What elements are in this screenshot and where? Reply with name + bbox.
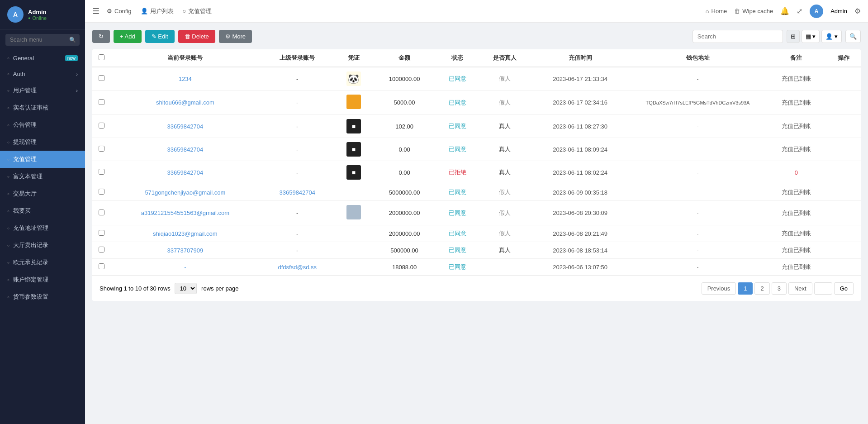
table-row: 33659842704 - ■ 102.00 已同意 真人 2023-06-11… (92, 115, 861, 138)
cell-parent-account: dfdsfsd@sd.ss (260, 259, 335, 276)
parent-account[interactable]: dfdsfsd@sd.ss (278, 264, 317, 271)
sidebar-item-rich-text[interactable]: ○ 富文本管理 (0, 168, 85, 185)
sidebar-item-recharge[interactable]: ○ 充值管理 (0, 151, 85, 168)
sidebar: A Admin Online 🔍 ○ General new ○ Auth ›○… (0, 0, 85, 424)
sidebar-item-euro-promise[interactable]: ○ 欧元承兑记录 (0, 254, 85, 271)
sidebar-item-trading[interactable]: ○ 交易大厅 (0, 185, 85, 202)
sidebar-item-general[interactable]: ○ General new (0, 50, 85, 66)
page-3-button[interactable]: 3 (772, 282, 787, 295)
username: Admin (28, 9, 47, 15)
row-checkbox-6[interactable] (99, 210, 104, 215)
account-link[interactable]: 33659842704 (167, 146, 204, 153)
row-checkbox-7[interactable] (99, 230, 104, 236)
search-menu-input[interactable] (5, 34, 80, 46)
account-link[interactable]: 33659842704 (167, 169, 204, 176)
cell-status: 已同意 (436, 259, 479, 276)
row-checkbox-8[interactable] (99, 247, 104, 252)
page-1-button[interactable]: 1 (738, 282, 753, 295)
cell-amount: 1000000.00 (373, 67, 436, 91)
nav-label-currency-params: 货币参数设置 (13, 293, 48, 301)
sidebar-item-announcement[interactable]: ○ 公告管理 (0, 116, 85, 133)
recharge-mgmt-icon: ○ (183, 8, 186, 14)
refresh-button[interactable]: ↻ (92, 30, 110, 43)
row-checkbox-5[interactable] (99, 189, 104, 195)
cell-status: 已拒绝 (436, 161, 479, 184)
row-checkbox-9[interactable] (99, 263, 104, 269)
filter-button[interactable]: 👤 ▾ (821, 30, 842, 43)
sidebar-item-auth[interactable]: ○ Auth › (0, 66, 85, 82)
cell-is-real: 真人 (479, 115, 531, 138)
page-2-button[interactable]: 2 (754, 282, 769, 295)
row-checkbox-3[interactable] (99, 146, 104, 152)
nav-dot-euro-promise: ○ (7, 261, 9, 265)
edit-button[interactable]: ✎ Edit (145, 30, 175, 43)
sidebar-item-recharge-addr[interactable]: ○ 充值地址管理 (0, 219, 85, 237)
row-checkbox-cell (92, 184, 110, 201)
sidebar-item-real-name[interactable]: ○ 实名认证审核 (0, 99, 85, 116)
sidebar-item-currency-params[interactable]: ○ 货币参数设置 (0, 288, 85, 305)
col-parent-account: 上级登录账号 (260, 49, 335, 67)
nav-label-rich-text: 富文本管理 (13, 172, 43, 181)
topbar-recharge-mgmt[interactable]: ○ 充值管理 (183, 7, 212, 15)
row-checkbox-4[interactable] (99, 169, 104, 175)
search-input[interactable] (693, 30, 783, 43)
sidebar-item-buy[interactable]: ○ 我要买 (0, 202, 85, 219)
toolbar-search: ⊞ ▦ ▾ 👤 ▾ 🔍 (693, 30, 861, 43)
account-link[interactable]: shiqiao1023@gmail.com (153, 230, 218, 237)
parent-account[interactable]: 33659842704 (279, 189, 315, 196)
topbar-wipe-cache[interactable]: 🗑 Wipe cache (734, 8, 773, 14)
delete-button[interactable]: 🗑 Delete (178, 30, 215, 43)
account-link[interactable]: 1234 (179, 76, 192, 82)
topbar-user-list[interactable]: 👤 用户列表 (141, 7, 174, 15)
go-button[interactable]: Go (834, 282, 854, 295)
more-button[interactable]: ⚙ More (219, 30, 252, 43)
account-link[interactable]: 33773707909 (167, 247, 204, 254)
row-checkbox-1[interactable] (99, 99, 104, 105)
nav-dot-buy: ○ (7, 209, 9, 213)
settings-icon[interactable]: ⚙ (854, 7, 861, 15)
account-link[interactable]: 33659842704 (167, 123, 204, 130)
account-link[interactable]: - (184, 264, 186, 271)
cell-action (827, 115, 861, 138)
user-status: Online (28, 15, 47, 21)
account-link[interactable]: a3192121554551563@gmail.com (141, 210, 229, 216)
cell-amount: 2000000.00 (373, 225, 436, 242)
next-button[interactable]: Next (788, 282, 812, 295)
account-link[interactable]: shitou666@gmail.com (156, 99, 214, 106)
cell-voucher (335, 201, 373, 225)
search-icon-button[interactable]: 🔍 (845, 30, 861, 43)
account-link[interactable]: 571gongchenjiyao@gmail.com (145, 189, 225, 196)
sidebar-item-user-management[interactable]: ○ 用户管理 › (0, 82, 85, 99)
grid-view-button[interactable]: ⊞ (787, 30, 800, 43)
cell-amount: 102.00 (373, 115, 436, 138)
cell-note: 0 (766, 161, 826, 184)
cell-voucher: ■ (335, 115, 373, 138)
row-checkbox-2[interactable] (99, 123, 104, 129)
topbar-home[interactable]: ⌂ Home (706, 8, 727, 14)
cell-action (827, 201, 861, 225)
sidebar-item-withdrawal[interactable]: ○ 提现管理 (0, 133, 85, 151)
prev-button[interactable]: Previous (702, 282, 736, 295)
user-info: Admin Online (28, 9, 47, 21)
sidebar-item-hall-sell[interactable]: ○ 大厅卖出记录 (0, 237, 85, 254)
cell-note: 充值已到账 (766, 259, 826, 276)
cell-action (827, 242, 861, 259)
col-charge-time: 充值时间 (531, 49, 630, 67)
rows-per-page-select[interactable]: 10 20 50 (175, 283, 197, 294)
menu-toggle-icon[interactable]: ☰ (92, 6, 100, 16)
nav-dot-real-name: ○ (7, 106, 9, 110)
add-button[interactable]: + Add (114, 30, 142, 43)
go-page-input[interactable] (814, 282, 832, 295)
cell-parent-account: - (260, 67, 335, 91)
expand-icon[interactable]: ⤢ (797, 7, 802, 15)
topbar-config[interactable]: ⚙ Config (107, 8, 132, 14)
cell-current-account: shiqiao1023@gmail.com (110, 225, 260, 242)
row-checkbox-0[interactable] (99, 75, 104, 81)
select-all-checkbox[interactable] (99, 54, 104, 60)
bell-icon[interactable]: 🔔 (780, 7, 789, 15)
list-view-button[interactable]: ▦ ▾ (802, 30, 820, 43)
sidebar-item-account-bind[interactable]: ○ 账户绑定管理 (0, 271, 85, 288)
cell-amount: 5000.00 (373, 91, 436, 115)
cell-charge-time: 2023-06-11 08:27:30 (531, 115, 630, 138)
cell-wallet-addr: - (630, 161, 766, 184)
